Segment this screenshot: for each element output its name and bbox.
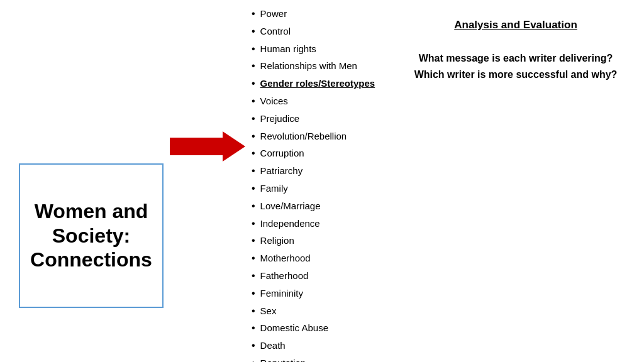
question-2: Which writer is more successful and why? [414, 69, 618, 80]
bullet-icon: • [252, 111, 255, 127]
topic-label: Religion [260, 233, 294, 248]
topic-label: Death [260, 338, 286, 353]
topic-label: Relationships with Men [260, 58, 357, 73]
list-item: •Voices [252, 94, 375, 109]
list-item: •Independence [252, 216, 375, 232]
topic-label: Control [260, 24, 291, 38]
topic-label: Motherhood [260, 251, 311, 265]
topic-label: Gender roles/Stereotypes [260, 76, 375, 90]
list-item: •Prejudice [252, 111, 375, 127]
bullet-icon: • [252, 356, 255, 362]
bullet-icon: • [252, 216, 255, 232]
topic-label: Femininity [260, 286, 303, 300]
list-item: •Revolution/Rebellion [252, 129, 375, 145]
bullet-icon: • [252, 251, 255, 266]
list-item: •Family [252, 181, 375, 197]
topic-label: Reputation [260, 356, 306, 362]
bullet-icon: • [252, 94, 255, 109]
list-item: •Death [252, 338, 375, 354]
bullet-icon: • [252, 233, 255, 249]
topic-label: Power [260, 6, 287, 21]
bullet-icon: • [252, 286, 255, 302]
analysis-title: Analysis and Evaluation [402, 19, 629, 31]
bullet-icon: • [252, 24, 255, 40]
list-item: •Domestic Abuse [252, 321, 375, 336]
bullet-icon: • [252, 58, 255, 74]
list-item: •Power [252, 6, 375, 22]
list-item: •Relationships with Men [252, 58, 375, 74]
list-item: •Femininity [252, 286, 375, 302]
arrow-body [170, 138, 223, 155]
title-text: Women and Society: Connections [30, 199, 152, 272]
list-item: •Fatherhood [252, 268, 375, 284]
list-item: •Human rights [252, 41, 375, 57]
slide: Women and Society: Connections •Power•Co… [0, 0, 644, 362]
bullet-icon: • [252, 268, 255, 284]
list-item: •Motherhood [252, 251, 375, 266]
list-item: •Love/Marriage [252, 199, 375, 214]
title-box: Women and Society: Connections [19, 163, 164, 308]
topic-label: Fatherhood [260, 268, 309, 283]
list-item: •Corruption [252, 146, 375, 162]
topic-label: Family [260, 181, 288, 195]
bullet-icon: • [252, 146, 255, 162]
right-panel: Analysis and Evaluation What message is … [402, 13, 629, 82]
bullet-icon: • [252, 304, 255, 319]
bullet-icon: • [252, 199, 255, 214]
bullet-icon: • [252, 6, 255, 22]
bullet-icon: • [252, 163, 255, 179]
bullet-icon: • [252, 321, 255, 336]
bullet-icon: • [252, 41, 255, 57]
bullet-icon: • [252, 338, 255, 354]
list-item: •Sex [252, 304, 375, 319]
arrow-head [223, 131, 245, 162]
analysis-questions: What message is each writer delivering? … [402, 50, 629, 82]
list-item: •Patriarchy [252, 163, 375, 179]
topic-label: Love/Marriage [260, 199, 321, 213]
list-item: •Reputation [252, 356, 375, 362]
topic-label: Sex [260, 304, 277, 318]
topic-label: Prejudice [260, 111, 300, 126]
topic-label: Domestic Abuse [260, 321, 328, 335]
list-item: •Religion [252, 233, 375, 249]
list-item: •Control [252, 24, 375, 40]
topic-label: Human rights [260, 41, 316, 56]
topic-label: Voices [260, 94, 288, 108]
question-1: What message is each writer delivering? [419, 53, 613, 63]
topic-label: Independence [260, 216, 320, 231]
topic-label: Patriarchy [260, 163, 303, 178]
bullet-icon: • [252, 76, 255, 92]
bullet-icon: • [252, 181, 255, 197]
topics-list: •Power•Control•Human rights•Relationship… [252, 6, 375, 362]
list-item: •Gender roles/Stereotypes [252, 76, 375, 92]
topic-label: Corruption [260, 146, 304, 160]
bullet-icon: • [252, 129, 255, 145]
topic-label: Revolution/Rebellion [260, 129, 347, 143]
